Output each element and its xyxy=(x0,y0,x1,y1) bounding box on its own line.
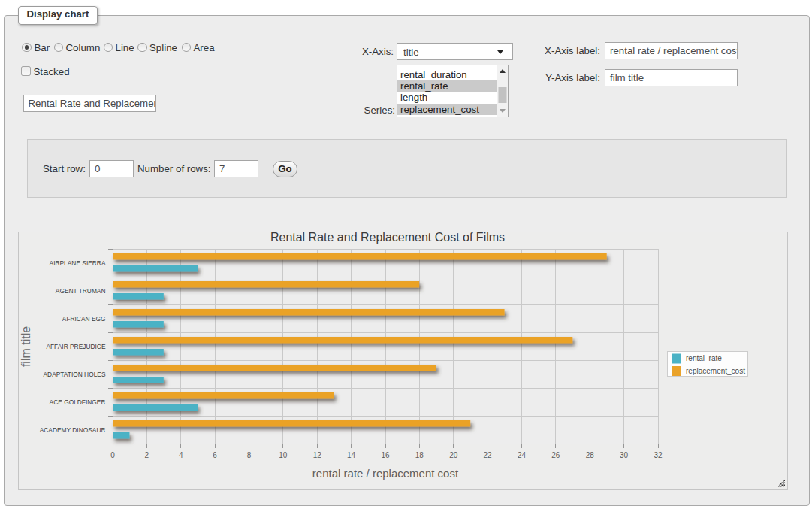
svg-text:ACADEMY DINOSAUR: ACADEMY DINOSAUR xyxy=(40,426,106,434)
svg-text:2: 2 xyxy=(145,451,149,459)
svg-text:8: 8 xyxy=(247,451,252,459)
svg-text:16: 16 xyxy=(381,451,390,459)
svg-text:6: 6 xyxy=(213,451,217,459)
svg-text:AIRPLANE SIERRA: AIRPLANE SIERRA xyxy=(50,259,106,267)
svg-text:26: 26 xyxy=(551,451,560,459)
svg-text:replacement_cost: replacement_cost xyxy=(686,367,745,375)
svg-text:18: 18 xyxy=(415,451,424,459)
svg-text:film title: film title xyxy=(20,326,32,367)
svg-text:Rental Rate and Replacement Co: Rental Rate and Replacement Cost of Film… xyxy=(270,232,505,244)
svg-text:4: 4 xyxy=(179,451,183,459)
svg-text:22: 22 xyxy=(484,451,493,459)
svg-text:28: 28 xyxy=(586,451,595,459)
svg-text:ADAPTATION HOLES: ADAPTATION HOLES xyxy=(44,371,106,378)
svg-text:rental_rate: rental_rate xyxy=(686,354,722,362)
svg-text:14: 14 xyxy=(347,451,356,459)
svg-text:AGENT TRUMAN: AGENT TRUMAN xyxy=(56,287,106,295)
svg-text:0: 0 xyxy=(110,451,115,459)
svg-text:rental rate / replacement cost: rental rate / replacement cost xyxy=(312,467,459,480)
svg-text:30: 30 xyxy=(620,451,629,459)
svg-text:10: 10 xyxy=(279,451,288,459)
svg-text:20: 20 xyxy=(449,451,458,459)
svg-text:32: 32 xyxy=(654,451,663,459)
svg-text:24: 24 xyxy=(518,451,527,459)
svg-text:12: 12 xyxy=(313,451,322,459)
svg-text:AFRICAN EGG: AFRICAN EGG xyxy=(62,315,106,323)
svg-text:AFFAIR PREJUDICE: AFFAIR PREJUDICE xyxy=(46,343,106,350)
svg-text:ACE GOLDFINGER: ACE GOLDFINGER xyxy=(50,398,106,406)
